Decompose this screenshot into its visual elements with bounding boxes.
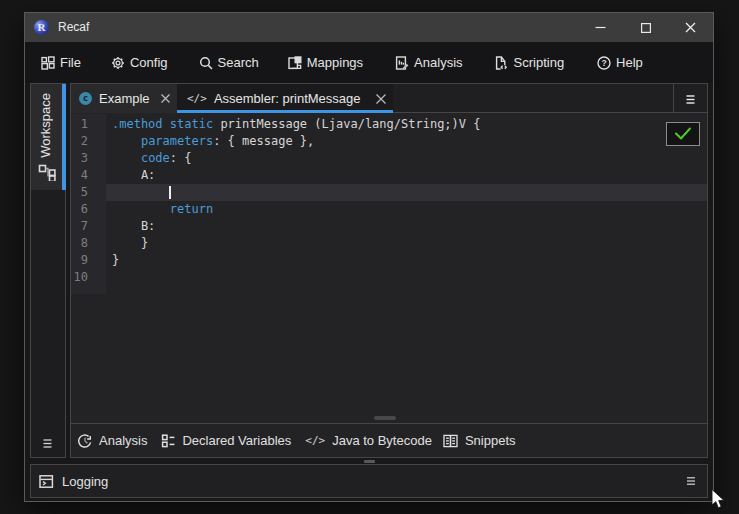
tool-label: Declared Variables [182,433,291,448]
tool-label: Java to Bytecode [332,433,432,448]
menu-file[interactable]: File [41,55,81,70]
code-line: } [112,252,480,269]
tab-example-close-icon[interactable] [160,93,171,104]
logging-menu-button[interactable] [687,477,695,485]
editor-splitter-grip[interactable] [374,416,396,420]
tab-example[interactable]: c Example [71,84,177,113]
question-circle-icon: ? [597,56,611,70]
line-numbers: 1 2 3 4 5 6 7 8 9 10 [71,116,88,286]
menu-config[interactable]: Config [111,55,168,70]
menu-label: File [60,55,81,70]
tab-assembler-label: Assembler: printMessage [214,91,361,106]
code-line: .method static printMessage (Ljava/lang/… [112,116,480,133]
code-line [112,269,480,286]
menu-mappings[interactable]: Mappings [288,55,363,70]
tabbar-separator [673,84,674,113]
code-line: code: { [112,150,480,167]
tab-assembler-close-icon[interactable] [375,93,387,105]
gear-icon [111,56,125,70]
list-boxes-icon [161,434,175,448]
workspace-squares-icon [41,56,55,70]
code-line: parameters: { message }, [112,133,480,150]
close-button[interactable] [668,13,713,42]
minimize-button[interactable] [578,13,623,42]
menu-search[interactable]: Search [199,55,259,70]
workspace-tab-label-box[interactable]: Workspace [31,88,59,162]
tab-example-label: Example [99,91,150,106]
code-line: return [112,201,480,218]
window-title: Recaf [58,20,89,34]
menu-help[interactable]: ?Help [597,55,643,70]
menu-label: Search [218,55,259,70]
workspace-hierarchy-icon [38,162,57,181]
menu-label: Analysis [414,55,462,70]
tool-label: Analysis [99,433,147,448]
tool-label: Snippets [465,433,516,448]
tool-java-to-bytecode[interactable]: </>Java to Bytecode [305,433,432,448]
tab-list-button[interactable] [686,95,695,104]
terminal-window-icon [39,474,54,489]
main-splitter-grip[interactable] [364,460,375,463]
menu-label: Scripting [514,55,565,70]
history-clock-icon [78,434,92,448]
menu-label: Help [616,55,643,70]
mouse-cursor [711,489,726,510]
mapping-icon [288,56,302,70]
catalog-book-icon [443,434,458,448]
tool-analysis[interactable]: Analysis [78,433,147,448]
class-icon: c [79,92,92,105]
assembler-toolbar: AnalysisDeclared Variables</>Java to Byt… [71,423,707,457]
document-chart-pen-icon [395,56,409,70]
code-line: A: [112,167,480,184]
logging-label: Logging [62,474,108,489]
menu-scripting[interactable]: Scripting [495,55,565,70]
workspace-tab-label: Workspace [38,93,53,158]
workspace-tab-accent [62,84,66,190]
code-icon: </> [187,92,207,105]
maximize-icon [641,23,651,33]
code-line [112,184,480,201]
tool-snippets[interactable]: Snippets [443,433,516,448]
sidebar-menu-button[interactable] [43,439,52,448]
close-icon [685,22,696,33]
maximize-button[interactable] [623,13,668,42]
code-line: } [112,235,480,252]
menu-label: Mappings [307,55,363,70]
code-line: B: [112,218,480,235]
logging-panel[interactable]: Logging [30,464,708,498]
magnifier-icon [199,56,213,70]
menu-bar: FileConfigSearchMappingsAnalysisScriptin… [25,42,713,83]
script-file-icon [495,56,509,70]
menu-label: Config [130,55,168,70]
code-editor[interactable]: 1 2 3 4 5 6 7 8 9 10 .method static prin… [71,114,707,416]
recaf-logo-icon: R [34,20,49,35]
screen: R Recaf FileConfigSearchMappingsAnalysis… [0,0,739,514]
menu-analysis[interactable]: Analysis [395,55,462,70]
selected-tab-underline [177,110,393,113]
svg-text:?: ? [602,58,607,68]
minimize-icon [595,22,606,33]
check-icon [674,127,692,141]
title-bar[interactable]: R Recaf [25,13,713,42]
code-text: .method static printMessage (Ljava/lang/… [112,116,480,286]
tool-declared-variables[interactable]: Declared Variables [161,433,291,448]
window-controls [578,13,713,42]
tab-assembler[interactable]: </> Assembler: printMessage [177,84,393,113]
code-icon: </> [305,434,325,447]
assembler-status-button[interactable] [666,122,700,146]
